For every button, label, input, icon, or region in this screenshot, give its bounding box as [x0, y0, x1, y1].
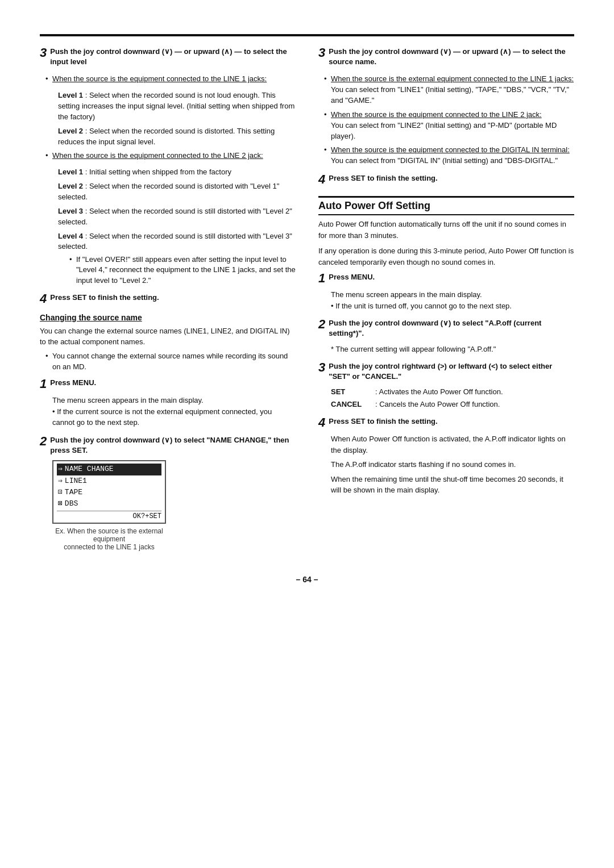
menu-arrow-2: ⊡	[58, 487, 63, 498]
source-bullet-2-underline: When the source is the equipment connect…	[331, 145, 570, 154]
page-number: – 64 –	[40, 575, 574, 584]
ex-caption: Ex. When the source is the external equi…	[52, 527, 166, 551]
right-step4-heading: 4 Press SET to finish the setting.	[318, 173, 574, 186]
line2-bullet-text: When the source is the equipment connect…	[52, 151, 263, 160]
level4-line2-text: : Select when the recorded sound is stil…	[58, 232, 292, 251]
apo-step4-heading: 4 Press SET to finish the setting.	[318, 416, 574, 429]
menu-arrow-1: ⇒	[58, 476, 63, 486]
auto-power-off-para2: If any operation is done during this 3-m…	[318, 245, 574, 268]
apo-step4-line2: The A.P.off indicator starts flashing if…	[331, 459, 574, 470]
top-rule2	[40, 36, 574, 36]
level2-line1-label: Level 2	[58, 127, 83, 135]
levels-line2: Level 1 : Initial setting when shipped f…	[40, 167, 296, 285]
apo-step4: 4 Press SET to finish the setting. When …	[318, 416, 574, 496]
line1-bullets: When the source is the equipment connect…	[40, 74, 296, 85]
level4-sub: If "Level OVER!" still appears even afte…	[58, 254, 296, 286]
menu-display: ⇒ NAME CHANGE ⇒ LINE1 ⊡ TAPE ⊠	[52, 460, 166, 524]
changing-step1: 1 Press MENU. The menu screen appears in…	[40, 378, 296, 428]
level1-line1-text: : Select when the recorded sound is not …	[58, 91, 294, 121]
menu-row-3-text: DBS	[65, 499, 78, 509]
level3-line2: Level 3 : Select when the recorded sound…	[52, 206, 296, 228]
apo-step2-footnote: * The current setting will appear follow…	[331, 344, 574, 355]
auto-power-off-divider	[318, 196, 574, 198]
apo-step3-heading: 3 Push the joy control rightward (>) or …	[318, 361, 574, 382]
apo-step4-line1: When Auto Power Off function is activate…	[331, 433, 574, 456]
apo-step1-indent: The menu screen appears in the main disp…	[318, 289, 574, 311]
level1-line2-text: : Initial setting when shipped from the …	[85, 168, 231, 176]
left-step4-text: Press SET to finish the setting.	[50, 293, 296, 303]
changing-step2-num: 2	[40, 435, 47, 448]
level2-line2: Level 2 : Select when the recorded sound…	[52, 181, 296, 203]
menu-row-0-text: NAME CHANGE	[65, 464, 114, 474]
changing-source-para: You can change the external source names…	[40, 326, 296, 348]
menu-row-1-text: LINE1	[65, 476, 87, 486]
menu-footer: OK?+SET	[57, 511, 161, 520]
changing-step2: 2 Push the joy control downward (∨) to s…	[40, 435, 296, 551]
changing-step2-text: Push the joy control downward (∨) to sel…	[50, 435, 296, 456]
right-step4-num: 4	[318, 173, 325, 186]
source-bullet-1-underline: When the source is the equipment connect…	[331, 110, 542, 119]
level4-line2: Level 4 : Select when the recorded sound…	[52, 231, 296, 286]
left-step4-num: 4	[40, 293, 47, 305]
left-step3-num: 3	[40, 47, 47, 59]
page: 3 Push the joy control downward (∨) — or…	[0, 0, 614, 868]
ex-caption-line1: Ex. When the source is the external equi…	[55, 527, 163, 543]
level2-line1-text: : Select when the recorded sound is dist…	[58, 127, 275, 146]
changing-source-bullets: You cannot change the external source na…	[40, 351, 296, 373]
source-bullet-0-underline: When the source is the external equipmen…	[331, 74, 574, 83]
line2-bullets: When the source is the equipment connect…	[40, 151, 296, 161]
apo-step1-heading: 1 Press MENU.	[318, 272, 574, 285]
apo-step4-num: 4	[318, 416, 325, 429]
apo-step2-heading: 2 Push the joy control downward (∨) to s…	[318, 318, 574, 339]
line1-bullet-text: When the source is the equipment connect…	[52, 74, 267, 83]
apo-step3-num: 3	[318, 361, 325, 374]
apo-step2-indent: * The current setting will appear follow…	[318, 344, 574, 355]
left-step3: 3 Push the joy control downward (∨) — or…	[40, 47, 296, 67]
changing-step1-text: Press MENU.	[50, 378, 296, 388]
apo-step4-line3: When the remaining time until the shut-o…	[331, 474, 574, 496]
apo-step1-line2: • If the unit is turned off, you cannot …	[331, 301, 574, 312]
menu-arrow-0: ⇒	[58, 464, 63, 474]
menu-row-2-text: TAPE	[65, 487, 82, 498]
changing-source-bullet: You cannot change the external source na…	[45, 351, 296, 373]
level3-line2-text: : Select when the recorded sound is stil…	[58, 207, 292, 226]
level1-line1: Level 1 : Select when the recorded sound…	[52, 90, 296, 123]
level4-sub-bullet: If "Level OVER!" still appears even afte…	[69, 254, 296, 286]
changing-step1-line1: The menu screen appears in the main disp…	[52, 395, 296, 406]
level1-line2: Level 1 : Initial setting when shipped f…	[52, 167, 296, 178]
changing-step1-heading: 1 Press MENU.	[40, 378, 296, 390]
level1-line1-label: Level 1	[58, 91, 83, 99]
menu-row-2: ⊡ TAPE	[57, 487, 161, 498]
set-text: : Activates the Auto Power Off function.	[375, 386, 503, 398]
level2-line1: Level 2 : Select when the recorded sound…	[52, 126, 296, 148]
right-step3-num: 3	[318, 47, 325, 59]
line2-bullet: When the source is the equipment connect…	[45, 151, 296, 161]
source-bullet-0: When the source is the external equipmen…	[324, 74, 574, 106]
apo-step1-text: Press MENU.	[329, 272, 574, 282]
two-column-layout: 3 Push the joy control downward (∨) — or…	[40, 47, 574, 558]
right-column: 3 Push the joy control downward (∨) — or…	[318, 47, 574, 558]
changing-step1-num: 1	[40, 378, 47, 390]
menu-arrow-3: ⊠	[58, 499, 63, 509]
left-step4: 4 Press SET to finish the setting.	[40, 293, 296, 305]
source-bullet-1: When the source is the equipment connect…	[324, 110, 574, 142]
changing-step1-indent: The menu screen appears in the main disp…	[40, 395, 296, 428]
levels-line1: Level 1 : Select when the recorded sound…	[40, 90, 296, 147]
line1-bullet: When the source is the equipment connect…	[45, 74, 296, 85]
level3-line2-label: Level 3	[58, 207, 83, 215]
set-row: SET : Activates the Auto Power Off funct…	[331, 386, 574, 398]
right-step3-text: Push the joy control downward (∨) — or u…	[329, 47, 574, 67]
menu-row-0: ⇒ NAME CHANGE	[57, 464, 161, 475]
set-cancel-table: SET : Activates the Auto Power Off funct…	[331, 386, 574, 410]
set-label: SET	[331, 386, 371, 398]
apo-step2: 2 Push the joy control downward (∨) to s…	[318, 318, 574, 354]
menu-row-3: ⊠ DBS	[57, 498, 161, 510]
source-bullet-2-text: You can select from "DIGITAL IN" (Initia…	[331, 156, 558, 165]
source-bullet-0-text: You can select from "LINE1" (Initial set…	[331, 85, 569, 105]
menu-row-1: ⇒ LINE1	[57, 475, 161, 487]
changing-source-section: Changing the source name You can change …	[40, 313, 296, 551]
source-bullet-1-text: You can select from "LINE2" (Initial set…	[331, 121, 557, 140]
apo-step2-num: 2	[318, 318, 325, 331]
left-column: 3 Push the joy control downward (∨) — or…	[40, 47, 296, 558]
level2-line2-text: : Select when the recorded sound is dist…	[58, 182, 279, 201]
